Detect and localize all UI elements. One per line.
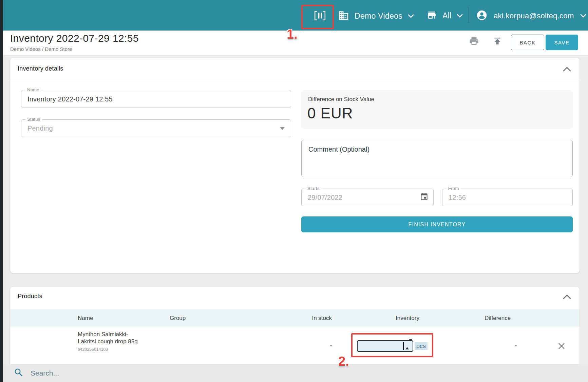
calendar-icon[interactable]	[420, 192, 429, 203]
window-edge-strip	[0, 0, 3, 382]
difference-panel: Difference on Stock Value 0 EUR	[301, 90, 573, 129]
difference-label: Difference on Stock Value	[308, 96, 374, 103]
product-name-cell: Mynthon Salmiakki-Lakritsi cough drop 85…	[78, 331, 139, 353]
save-button[interactable]: SAVE	[546, 35, 578, 50]
store-icon	[426, 10, 437, 22]
search-input[interactable]	[31, 369, 200, 377]
company-building-icon	[338, 10, 349, 22]
inventory-details-title: Inventory details	[18, 65, 63, 72]
comment-label: Comment (Optional)	[308, 146, 369, 153]
store-selector-label: All	[442, 11, 451, 20]
close-icon	[557, 346, 566, 351]
name-field-label: Name	[25, 87, 41, 92]
name-field[interactable]: Name Inventory 2022-07-29 12:55	[21, 90, 291, 108]
print-button[interactable]	[469, 36, 479, 47]
starts-date-field[interactable]: Starts 29/07/2022	[301, 189, 434, 206]
column-header-inventory: Inventory	[396, 309, 419, 327]
products-title: Products	[18, 293, 42, 300]
user-menu[interactable]: aki.korpua@solteq.com	[476, 9, 586, 22]
product-barcode: 6420256014103	[78, 346, 139, 353]
upload-icon	[492, 42, 502, 47]
remove-product-button[interactable]	[557, 342, 566, 351]
column-header-difference: Difference	[485, 309, 511, 327]
page-title: Inventory 2022-07-29 12:55	[10, 33, 139, 44]
print-icon	[469, 42, 479, 47]
product-search-bar	[3, 364, 588, 382]
screen: Demo Videos All	[0, 0, 588, 382]
collapse-products-button[interactable]	[563, 294, 571, 301]
user-avatar-icon	[476, 9, 488, 22]
search-icon	[14, 368, 23, 378]
number-spinner[interactable]	[405, 341, 412, 351]
barcode-icon	[314, 17, 326, 22]
unit-label: pcs	[415, 342, 428, 350]
chevron-up-icon	[563, 295, 571, 301]
inventory-quantity-input[interactable]	[357, 340, 413, 352]
products-table-header: Name Group In stock Inventory Difference	[10, 309, 580, 327]
spinner-up-icon	[405, 341, 409, 349]
chevron-down-icon	[580, 13, 586, 19]
dropdown-caret-icon	[280, 127, 285, 130]
product-name: Mynthon Salmiakki-Lakritsi cough drop 85…	[78, 331, 138, 345]
name-field-value: Inventory 2022-07-29 12:55	[27, 95, 113, 103]
difference-cell-value: -	[485, 342, 517, 348]
upload-button[interactable]	[492, 36, 502, 47]
spinner-down-icon	[409, 339, 412, 347]
from-field-value: 12:56	[449, 194, 466, 202]
store-selector[interactable]: All	[426, 10, 463, 22]
from-time-field[interactable]: From 12:56	[442, 189, 573, 206]
comment-textarea[interactable]: Comment (Optional)	[301, 140, 573, 177]
company-selector-label: Demo Videos	[355, 12, 402, 21]
starts-field-value: 29/07/2022	[308, 194, 342, 202]
chevron-down-icon	[457, 13, 463, 19]
in-stock-value: -	[295, 342, 332, 348]
app-header: Demo Videos All	[3, 0, 588, 31]
inventory-details-card: Inventory details Name Inventory 2022-07…	[10, 58, 580, 273]
header-divider	[469, 7, 469, 23]
status-field-label: Status	[25, 117, 42, 122]
product-row: Mynthon Salmiakki-Lakritsi cough drop 85…	[10, 327, 580, 364]
chevron-up-icon	[563, 68, 571, 73]
back-button[interactable]: BACK	[511, 35, 544, 50]
collapse-details-button[interactable]	[563, 66, 571, 73]
column-header-in-stock: In stock	[292, 309, 332, 327]
company-selector[interactable]: Demo Videos	[338, 10, 414, 22]
finish-inventory-button[interactable]: FINISH INVENTORY	[301, 216, 573, 232]
user-email: aki.korpua@solteq.com	[494, 12, 574, 20]
breadcrumb: Demo Videos / Demo Store	[10, 46, 72, 52]
starts-field-label: Starts	[306, 186, 321, 191]
section-divider	[10, 79, 580, 79]
barcode-scan-button[interactable]	[314, 10, 326, 22]
status-select[interactable]: Status Pending	[21, 119, 291, 137]
status-field-value: Pending	[27, 125, 53, 132]
column-header-name: Name	[78, 309, 93, 327]
text-caret	[403, 342, 404, 350]
column-header-group: Group	[170, 309, 186, 327]
from-field-label: From	[447, 186, 461, 191]
page-titlebar: Inventory 2022-07-29 12:55 Demo Videos /…	[3, 31, 588, 55]
difference-value: 0 EUR	[307, 105, 353, 122]
chevron-down-icon	[408, 13, 414, 19]
